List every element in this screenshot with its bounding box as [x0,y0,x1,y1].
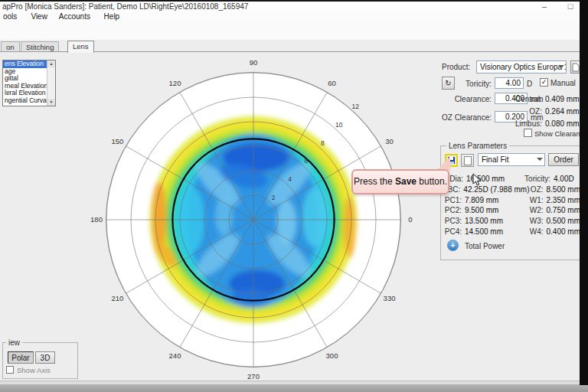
manual-checkbox[interactable] [540,78,548,87]
oz-clear-readout-value: 0.264 mm [545,107,579,116]
callout-text: Press the [354,176,395,187]
window-title: apPro [Monica Sanders]: Patient, Demo LD… [2,2,248,11]
lens-parameter-table: Dia:16.500 mmToricity:4.00DBC:42.25D (7.… [440,174,580,237]
svg-text:270: 270 [247,372,260,380]
param-row: Dia:16.500 mmToricity:4.00D [440,174,580,185]
svg-text:30: 30 [385,137,394,145]
param-row: PC1:7.809 mmW1:2.350 mm [440,195,580,206]
menu-item-help[interactable]: Help [103,12,122,21]
svg-text:2: 2 [272,194,276,201]
svg-text:60: 60 [328,79,336,87]
bottom-bar [0,384,588,392]
clearance-label: Clearance: [435,95,492,103]
map-type-list[interactable]: ens Elevationagegittalrneal Elevationler… [2,60,56,106]
param-label: W1: [509,195,544,206]
view-group-title: iew [6,338,22,347]
param-label: W4: [509,227,544,237]
limbus-value: 0.080 mm [545,119,579,128]
scroll-up-icon[interactable]: ▲ [47,60,55,67]
param-value: 4.00D [550,174,574,185]
svg-text:90: 90 [250,58,258,67]
central-value: 0.409 mm [545,95,579,103]
svg-text:300: 300 [326,351,338,360]
svg-text:0: 0 [408,215,412,224]
tab-stitching[interactable]: Stitching [21,41,59,52]
print-page-icon [464,156,472,165]
svg-text:10: 10 [335,121,343,129]
total-power-label: Total Power [465,242,505,250]
total-power-expand-button[interactable]: + [447,240,459,251]
show-clearances-checkbox[interactable] [524,129,532,137]
product-label: Product: [442,63,470,71]
param-label: PC1: [440,195,462,206]
print-button[interactable] [461,154,474,167]
show-axis-label: Show Axis [17,366,51,374]
menu-item-accounts[interactable]: Accounts [57,12,92,21]
product-select[interactable]: Visionary Optics Europa 16 mm [476,60,567,74]
param-value: 7.809 mm [462,195,509,206]
param-row: PC4:14.500 mmW4:0.400 mm [440,227,580,237]
minimize-button[interactable]: – [537,2,551,11]
param-row: BC:42.25D (7.988 mm)OZ:8.500 mm [440,185,580,195]
param-row: PC3:13.500 mmW3:0.500 mm [440,216,580,227]
param-label: Toricity: [514,174,550,185]
param-label: W2: [509,205,544,216]
toricity-unit: D [527,80,532,88]
callout-text-bold: Save [395,176,416,187]
toolbar: 2D 3D ✎ ⊘ ⊕ ✳ ✳ ✳ [0,22,588,41]
scroll-down-icon[interactable]: ▼ [47,99,55,106]
svg-text:330: 330 [384,294,396,302]
svg-text:210: 210 [112,294,124,302]
param-value: 0.750 mm [544,205,580,216]
menu-item-view[interactable]: View [29,12,49,21]
polar-elevation-map: 030609012015018021024027030033024681012 [73,43,434,380]
svg-text:4: 4 [288,175,292,183]
map-list-scrollbar[interactable]: ▲ ▼ [47,60,55,106]
param-label: OZ: [511,185,543,195]
svg-text:240: 240 [169,351,181,360]
show-axis-checkbox[interactable] [6,366,14,374]
letterbox-strip [580,0,588,385]
param-value: 9.500 mm [462,205,509,216]
oz-clearance-label: OZ Clearance: [429,113,492,122]
fit-preset-value: Final Fit [482,155,509,164]
param-value: 13.500 mm [462,216,509,227]
param-value: 0.400 mm [544,227,580,237]
svg-text:150: 150 [112,137,124,145]
param-value: 8.500 mm [544,185,580,195]
svg-text:12: 12 [351,103,359,110]
manual-label: Manual [550,79,576,87]
svg-text:120: 120 [169,79,181,87]
tutorial-callout: Press the Save button. [351,169,449,194]
param-value: 16.500 mm [463,174,514,185]
fit-preset-select[interactable]: Final Fit [478,153,545,166]
param-label: PC3: [440,216,462,227]
polar-view-button[interactable]: Polar [8,351,34,364]
order-button[interactable]: Order [548,153,579,166]
chevron-down-icon [537,158,543,164]
menu-item-ools[interactable]: ools [2,12,18,21]
limbus-label: Limbus: [507,119,542,128]
title-bar: apPro [Monica Sanders]: Patient, Demo LD… [0,2,588,12]
svg-text:180: 180 [90,215,103,224]
param-label: W3: [509,216,544,227]
tab-on[interactable]: on [1,41,20,52]
callout-text-end: button. [416,176,447,187]
param-label: PC2: [440,205,462,216]
threed-view-button[interactable]: 3D [35,351,55,364]
toricity-label: Toricity: [449,80,492,88]
param-value: 14.500 mm [462,227,509,237]
svg-text:6: 6 [305,157,309,165]
maximize-button[interactable]: □ [564,2,577,11]
param-value: 0.500 mm [544,216,580,227]
tab-lens[interactable]: Lens [67,41,94,53]
param-row: PC2:9.500 mmW2:0.750 mm [440,205,580,216]
central-label: Central: [507,95,542,103]
toricity-input[interactable] [495,77,524,89]
menu-bar: oolsViewAccountsHelp [0,12,588,22]
chevron-down-icon [558,65,564,71]
param-value: 2.350 mm [544,195,580,206]
lens-parameters-title: Lens Parameters [446,142,509,150]
app-window: apPro [Monica Sanders]: Patient, Demo LD… [0,0,588,392]
param-label: PC4: [440,227,462,237]
